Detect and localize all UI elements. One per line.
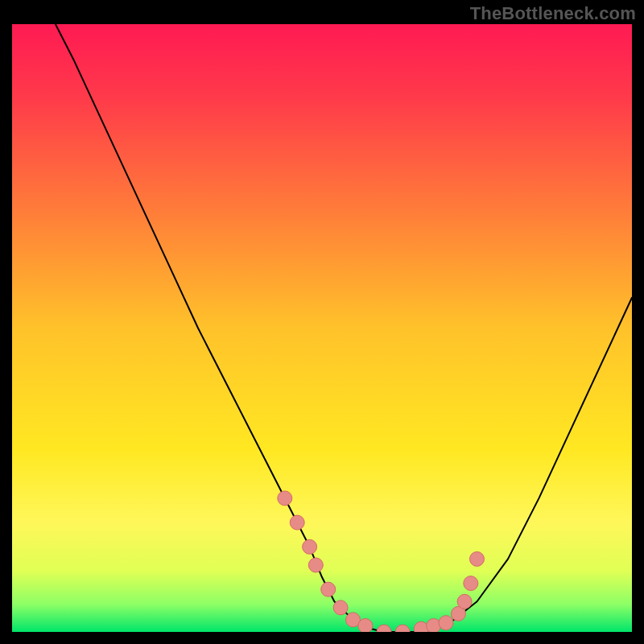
highlight-marker	[308, 558, 323, 572]
highlight-marker	[278, 491, 292, 506]
highlight-marker	[358, 618, 373, 632]
chart-frame: TheBottleneck.com	[0, 0, 644, 644]
gradient-bg	[12, 24, 632, 632]
highlight-marker	[439, 616, 453, 630]
highlight-marker	[303, 539, 317, 554]
highlight-marker	[427, 618, 441, 632]
plot-svg	[12, 24, 632, 632]
highlight-marker	[333, 601, 348, 615]
highlight-marker	[464, 576, 478, 591]
plot-area	[12, 24, 632, 632]
highlight-marker	[457, 594, 472, 609]
highlight-marker	[321, 582, 336, 597]
watermark-text: TheBottleneck.com	[470, 3, 636, 24]
highlight-marker	[290, 515, 304, 530]
highlight-marker	[470, 551, 485, 566]
